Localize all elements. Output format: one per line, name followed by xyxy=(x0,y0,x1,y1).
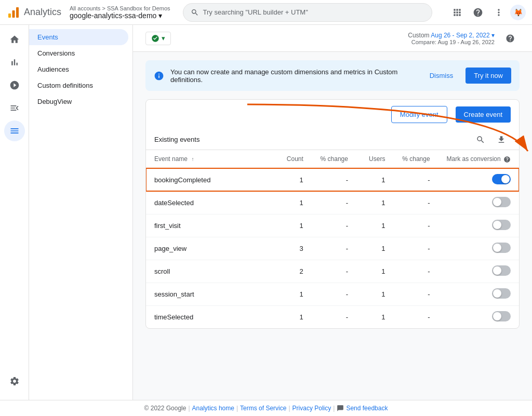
help-icon-btn[interactable] xyxy=(469,3,487,22)
footer: © 2022 Google | Analytics home | Terms o… xyxy=(0,400,532,416)
count-cell: 1 xyxy=(274,168,312,191)
search-placeholder: Try searching "URL builder + UTM" xyxy=(203,8,308,16)
sidebar-icon-explore[interactable] xyxy=(4,75,25,96)
logo: Analytics xyxy=(6,5,61,20)
event-name-cell: session_start xyxy=(146,283,274,305)
search-table-btn[interactable] xyxy=(471,130,490,149)
copyright-text: © 2022 Google xyxy=(144,405,187,412)
toggle-knob xyxy=(493,198,501,206)
nav-sidebar: Events Conversions Audiences Custom defi… xyxy=(29,25,133,400)
count-cell: 1 xyxy=(274,191,312,214)
info-banner: You can now create and manage custom dim… xyxy=(145,60,520,91)
nav-item-conversions[interactable]: Conversions xyxy=(29,45,128,61)
sidebar-icon-reports[interactable] xyxy=(4,52,25,73)
header-help-icon-btn[interactable] xyxy=(501,29,520,48)
count-cell: 1 xyxy=(274,305,312,328)
pct2-cell: - xyxy=(393,214,438,237)
collapse-sidebar-btn[interactable] xyxy=(29,110,132,118)
privacy-policy-link[interactable]: Privacy Policy xyxy=(292,405,331,412)
event-name-cell: first_visit xyxy=(146,214,274,237)
pct1-cell: - xyxy=(312,237,356,260)
compare-range: Compare: Aug 19 - Aug 26, 2022 xyxy=(408,39,495,45)
apps-icon-btn[interactable] xyxy=(448,3,467,22)
settings-icon xyxy=(9,376,20,386)
chevron-down-icon: ▾ xyxy=(162,34,165,42)
header-help-icon xyxy=(506,34,515,43)
sidebar-icon-configure[interactable] xyxy=(4,120,25,141)
info-banner-text: You can now create and manage custom dim… xyxy=(170,68,417,84)
sidebar-icon-advertising[interactable] xyxy=(4,98,25,118)
pct1-cell: - xyxy=(312,214,356,237)
nav-item-custom-definitions[interactable]: Custom definitions xyxy=(29,77,128,93)
event-name-cell: scroll xyxy=(146,260,274,283)
help-col-icon xyxy=(503,156,511,163)
bar-chart-icon xyxy=(9,57,20,68)
count-cell: 1 xyxy=(274,214,312,237)
conversion-toggle[interactable] xyxy=(492,174,511,184)
check-circle-icon xyxy=(151,34,159,43)
count-cell: 2 xyxy=(274,260,312,283)
users-cell: 1 xyxy=(356,214,393,237)
event-name-cell: timeSelected xyxy=(146,305,274,328)
conversion-toggle[interactable] xyxy=(492,197,511,207)
toggle-knob xyxy=(493,312,501,320)
table-row: dateSelected1-1- xyxy=(146,191,519,214)
conversion-toggle[interactable] xyxy=(492,220,511,230)
apps-icon xyxy=(452,7,462,18)
sidebar-icon-settings[interactable] xyxy=(4,371,25,392)
search-box[interactable]: Try searching "URL builder + UTM" xyxy=(183,3,432,22)
event-name-cell: bookingCompleted xyxy=(146,168,274,191)
nav-item-debug-view[interactable]: DebugView xyxy=(29,93,128,110)
analytics-home-link[interactable]: Analytics home xyxy=(192,405,234,412)
conversion-toggle[interactable] xyxy=(492,243,511,253)
advertising-icon xyxy=(9,103,20,113)
chevron-down-icon: ▾ xyxy=(158,11,162,20)
conversion-toggle-cell xyxy=(438,168,519,191)
avatar[interactable]: 🦊 xyxy=(510,5,526,20)
nav-item-events[interactable]: Events xyxy=(29,29,128,45)
events-table: Event name ↑ Count % change Users % chan… xyxy=(146,150,519,328)
send-feedback-link[interactable]: Send feedback xyxy=(346,405,388,412)
pct2-cell: - xyxy=(393,191,438,214)
toggle-knob xyxy=(493,221,501,229)
icon-sidebar-bottom xyxy=(4,371,25,394)
topbar: Analytics All accounts > SSA Sandbox for… xyxy=(0,0,532,25)
col-header-pct2: % change xyxy=(393,150,438,168)
svg-rect-0 xyxy=(8,14,11,18)
conversion-toggle-cell xyxy=(438,237,519,260)
dismiss-button[interactable]: Dismiss xyxy=(423,69,460,83)
event-name-cell: page_view xyxy=(146,237,274,260)
pct2-cell: - xyxy=(393,168,438,191)
download-table-btn[interactable] xyxy=(492,130,511,149)
pct2-cell: - xyxy=(393,283,438,305)
table-toolbar: Modify event Create event xyxy=(146,100,519,129)
table-wrapper: Modify event Create event Existing event… xyxy=(133,99,532,329)
conversion-toggle[interactable] xyxy=(492,311,511,321)
account-name[interactable]: google-analytics-ssa-demo ▾ xyxy=(70,11,170,20)
more-vert-icon-btn[interactable] xyxy=(489,3,508,22)
date-range-label[interactable]: Custom Aug 26 - Sep 2, 2022 ▾ xyxy=(408,32,495,39)
search-container: Try searching "URL builder + UTM" xyxy=(183,3,432,22)
create-event-button[interactable]: Create event xyxy=(456,106,511,123)
conversion-toggle[interactable] xyxy=(492,288,511,299)
account-path: All accounts > SSA Sandbox for Demos xyxy=(70,5,170,11)
conversion-toggle[interactable] xyxy=(492,265,511,276)
existing-events-header: Existing events xyxy=(146,129,519,150)
col-header-event-name: Event name ↑ xyxy=(146,150,274,168)
status-button[interactable]: ▾ xyxy=(145,32,171,45)
sidebar-icon-home[interactable] xyxy=(4,29,25,50)
users-cell: 1 xyxy=(356,283,393,305)
pct2-cell: - xyxy=(393,305,438,328)
toggle-knob xyxy=(493,266,501,275)
table-actions xyxy=(471,130,511,149)
modify-event-button[interactable]: Modify event xyxy=(391,106,447,123)
terms-service-link[interactable]: Terms of Service xyxy=(240,405,286,412)
content-header: ▾ Custom Aug 26 - Sep 2, 2022 ▾ Compare:… xyxy=(133,25,532,52)
nav-item-audiences[interactable]: Audiences xyxy=(29,61,128,77)
configure-icon xyxy=(9,126,20,136)
try-it-now-button[interactable]: Try it now xyxy=(466,68,511,84)
topbar-actions: 🦊 xyxy=(448,3,526,22)
col-header-users: Users xyxy=(356,150,393,168)
svg-rect-1 xyxy=(12,10,15,18)
conversion-toggle-cell xyxy=(438,305,519,328)
